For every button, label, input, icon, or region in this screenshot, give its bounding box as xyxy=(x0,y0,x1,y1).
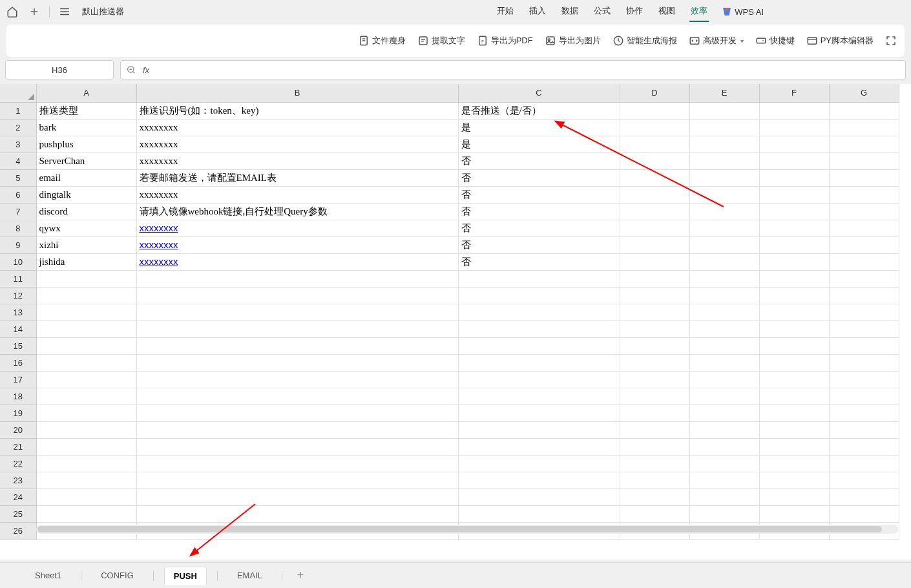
cell-A14[interactable] xyxy=(36,320,136,337)
cell-B17[interactable] xyxy=(136,371,458,388)
name-box[interactable]: H36 xyxy=(5,60,114,79)
cell-E4[interactable] xyxy=(689,152,759,169)
cell-B1[interactable]: 推送识别号(如：token、key) xyxy=(136,102,458,119)
cell-D9[interactable] xyxy=(620,236,689,253)
cell-E25[interactable] xyxy=(689,505,759,522)
py-editor-button[interactable]: PY脚本编辑器 xyxy=(806,35,874,47)
cell-A24[interactable] xyxy=(36,488,136,505)
cell-F23[interactable] xyxy=(759,472,829,488)
cell-F9[interactable] xyxy=(759,236,829,253)
cell-F1[interactable] xyxy=(759,102,829,119)
cell-G19[interactable] xyxy=(829,404,899,421)
cell-F14[interactable] xyxy=(759,320,829,337)
cell-D2[interactable] xyxy=(620,119,689,136)
cell-A19[interactable] xyxy=(36,404,136,421)
home-icon[interactable] xyxy=(5,5,19,19)
cell-F21[interactable] xyxy=(759,438,829,455)
cell-link[interactable]: xxxxxxxx xyxy=(140,222,178,233)
cell-A1[interactable]: 推送类型 xyxy=(36,102,136,119)
cell-F11[interactable] xyxy=(759,270,829,287)
cell-B3[interactable]: xxxxxxxx xyxy=(136,136,458,152)
cell-G11[interactable] xyxy=(829,270,899,287)
cell-link[interactable]: xxxxxxxx xyxy=(140,256,178,267)
cell-B5[interactable]: 若要邮箱发送，请配置EMAIL表 xyxy=(136,169,458,186)
cell-G10[interactable] xyxy=(829,253,899,270)
cell-D20[interactable] xyxy=(620,421,689,438)
row-header-21[interactable]: 21 xyxy=(0,438,36,455)
cell-D10[interactable] xyxy=(620,253,689,270)
column-header-F[interactable]: F xyxy=(759,84,829,102)
cell-D21[interactable] xyxy=(620,438,689,455)
menu-插入[interactable]: 插入 xyxy=(528,1,547,22)
menu-协作[interactable]: 协作 xyxy=(625,1,644,22)
file-slim-button[interactable]: 文件瘦身 xyxy=(358,35,406,47)
row-header-11[interactable]: 11 xyxy=(0,270,36,287)
cell-D11[interactable] xyxy=(620,270,689,287)
cell-E21[interactable] xyxy=(689,438,759,455)
cell-B18[interactable] xyxy=(136,388,458,404)
cell-A8[interactable]: qywx xyxy=(36,220,136,236)
cell-link[interactable]: xxxxxxxx xyxy=(140,239,178,250)
cell-E3[interactable] xyxy=(689,136,759,152)
cell-F4[interactable] xyxy=(759,152,829,169)
extract-text-button[interactable]: 提取文字 xyxy=(417,35,465,47)
cell-C22[interactable] xyxy=(458,455,620,472)
cell-F7[interactable] xyxy=(759,203,829,220)
menu-数据[interactable]: 数据 xyxy=(560,1,580,22)
cell-C1[interactable]: 是否推送（是/否） xyxy=(458,102,620,119)
formula-bar[interactable]: fx xyxy=(120,60,906,79)
row-header-17[interactable]: 17 xyxy=(0,371,36,388)
row-header-2[interactable]: 2 xyxy=(0,119,36,136)
cell-B15[interactable] xyxy=(136,337,458,354)
cell-F17[interactable] xyxy=(759,371,829,388)
cell-B20[interactable] xyxy=(136,421,458,438)
cell-F3[interactable] xyxy=(759,136,829,152)
cell-C2[interactable]: 是 xyxy=(458,119,620,136)
row-header-3[interactable]: 3 xyxy=(0,136,36,152)
row-header-23[interactable]: 23 xyxy=(0,472,36,488)
cell-A7[interactable]: discord xyxy=(36,203,136,220)
cell-D14[interactable] xyxy=(620,320,689,337)
cell-D23[interactable] xyxy=(620,472,689,488)
cell-F25[interactable] xyxy=(759,505,829,522)
cell-A6[interactable]: dingtalk xyxy=(36,186,136,203)
cell-B19[interactable] xyxy=(136,404,458,421)
row-header-19[interactable]: 19 xyxy=(0,404,36,421)
cell-E8[interactable] xyxy=(689,220,759,236)
cell-A10[interactable]: jishida xyxy=(36,253,136,270)
cell-E14[interactable] xyxy=(689,320,759,337)
menu-效率[interactable]: 效率 xyxy=(689,1,709,22)
cell-F22[interactable] xyxy=(759,455,829,472)
row-header-4[interactable]: 4 xyxy=(0,152,36,169)
cell-G4[interactable] xyxy=(829,152,899,169)
cell-A20[interactable] xyxy=(36,421,136,438)
cell-B13[interactable] xyxy=(136,304,458,320)
cell-F18[interactable] xyxy=(759,388,829,404)
cell-C14[interactable] xyxy=(458,320,620,337)
cell-G6[interactable] xyxy=(829,186,899,203)
cell-C19[interactable] xyxy=(458,404,620,421)
menu-开始[interactable]: 开始 xyxy=(496,1,515,22)
fx-icon[interactable]: fx xyxy=(143,65,149,75)
column-header-C[interactable]: C xyxy=(458,84,620,102)
cell-B11[interactable] xyxy=(136,270,458,287)
cell-B8[interactable]: xxxxxxxx xyxy=(136,220,458,236)
cell-C20[interactable] xyxy=(458,421,620,438)
cell-G15[interactable] xyxy=(829,337,899,354)
sheet-tab-EMAIL[interactable]: EMAIL xyxy=(228,567,271,584)
cell-C24[interactable] xyxy=(458,488,620,505)
cell-E17[interactable] xyxy=(689,371,759,388)
cell-B9[interactable]: xxxxxxxx xyxy=(136,236,458,253)
cell-A18[interactable] xyxy=(36,388,136,404)
row-header-7[interactable]: 7 xyxy=(0,203,36,220)
cell-F8[interactable] xyxy=(759,220,829,236)
cell-E9[interactable] xyxy=(689,236,759,253)
cell-A4[interactable]: ServerChan xyxy=(36,152,136,169)
cell-E6[interactable] xyxy=(689,186,759,203)
cell-B10[interactable]: xxxxxxxx xyxy=(136,253,458,270)
cell-D5[interactable] xyxy=(620,169,689,186)
cell-B4[interactable]: xxxxxxxx xyxy=(136,152,458,169)
cell-D17[interactable] xyxy=(620,371,689,388)
cell-G21[interactable] xyxy=(829,438,899,455)
cell-E19[interactable] xyxy=(689,404,759,421)
